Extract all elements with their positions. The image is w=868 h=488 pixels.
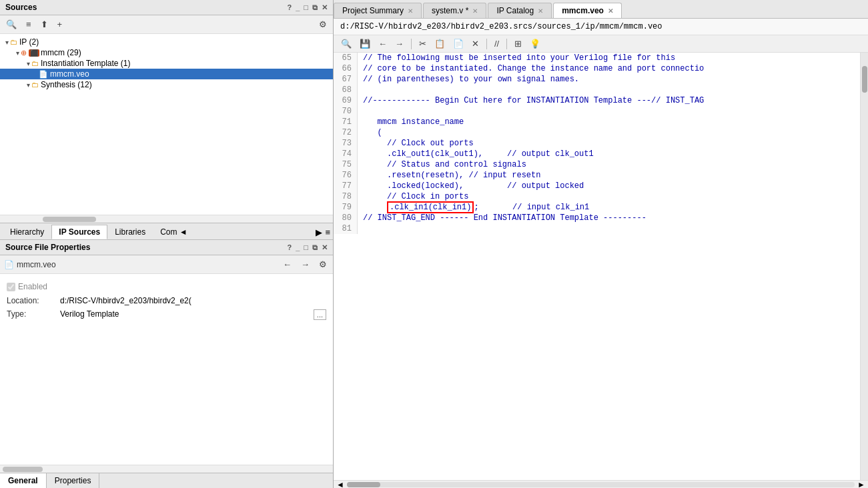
up-button[interactable]: ⬆ (39, 18, 50, 31)
tab-properties[interactable]: Properties (47, 473, 100, 488)
editor-back-button[interactable]: ← (376, 37, 389, 50)
line-num-66: 66 (334, 63, 358, 74)
tree-item-ip[interactable]: ▾ 🗀 IP (2) (0, 37, 333, 47)
line-content-72: ( (358, 127, 860, 138)
editor-tabs: Project Summary ✕ system.v * ✕ IP Catalo… (334, 0, 868, 19)
mmcm-label: mmcm (29) (41, 48, 81, 57)
tab-ip-catalog[interactable]: IP Catalog ✕ (488, 3, 552, 18)
scroll-left-icon[interactable]: ◄ (334, 480, 347, 489)
sources-toolbar: 🔍 ≡ ⬆ + ⚙ (0, 15, 333, 34)
minimize-icon[interactable]: _ (296, 3, 300, 11)
code-hscroll-bar[interactable]: ◄ ► (334, 480, 868, 488)
code-line-81: 81 (334, 223, 860, 234)
line-num-75: 75 (334, 159, 358, 170)
props-close-icon[interactable]: ✕ (322, 243, 328, 252)
settings-button[interactable]: ⚙ (317, 18, 329, 31)
add-button[interactable]: + (55, 18, 65, 31)
code-line-65: 65 // The following must be inserted int… (334, 53, 860, 63)
props-minimize-icon[interactable]: _ (296, 243, 300, 251)
line-num-71: 71 (334, 117, 358, 127)
line-content-71: mmcm instance_name (358, 117, 860, 127)
ip-toggle: ▾ (5, 39, 9, 46)
location-row: Location: d:/RISC-V/hbirdv2_e203/hbirdv2… (7, 294, 326, 307)
props-help-icon[interactable]: ? (287, 243, 292, 251)
code-line-72: 72 ( (334, 127, 860, 138)
help-icon[interactable]: ? (287, 3, 292, 11)
tab-menu-icon[interactable]: ≡ (325, 227, 330, 237)
tree-item-inst-template[interactable]: ▾ 🗀 Instantiation Template (1) (0, 58, 333, 69)
type-row: Type: Verilog Template ... (7, 307, 326, 322)
tree-item-mmcm[interactable]: ▾ ⊕ ⬛ mmcm (29) (0, 47, 333, 58)
tab-ip-sources[interactable]: IP Sources (51, 225, 107, 239)
synth-toggle: ▾ (27, 81, 30, 89)
editor-grid-button[interactable]: ⊞ (512, 37, 524, 50)
props-hscroll[interactable] (0, 465, 333, 473)
float-icon[interactable]: ⧉ (312, 3, 318, 12)
project-summary-label: Project Summary (342, 6, 404, 15)
line-content-67: // (in parentheses) to your own signal n… (358, 74, 860, 85)
search-button[interactable]: 🔍 (4, 18, 19, 31)
props-settings-button[interactable]: ⚙ (317, 258, 329, 271)
editor-comment-button[interactable]: // (492, 37, 501, 50)
props-forward-button[interactable]: → (299, 258, 312, 271)
props-content: Enabled Location: d:/RISC-V/hbirdv2_e203… (0, 274, 333, 465)
editor-search-button[interactable]: 🔍 (339, 37, 354, 50)
props-filename-chip: 📄 mmcm.veo (4, 260, 56, 269)
editor-paste-button[interactable]: 📄 (451, 37, 466, 50)
line-content-78: // Clock in ports (358, 191, 860, 202)
filter-button[interactable]: ≡ (24, 18, 33, 31)
restore-icon[interactable]: □ (304, 3, 308, 11)
tab-project-summary[interactable]: Project Summary ✕ (334, 3, 422, 18)
editor-hint-button[interactable]: 💡 (528, 37, 542, 50)
tree-item-mmcm-veo[interactable]: 📄 mmcm.veo (0, 69, 333, 79)
mmcm-veo-close[interactable]: ✕ (608, 7, 613, 15)
tab-more-icon[interactable]: ▶ (316, 227, 322, 237)
vscroll-thumb[interactable] (862, 66, 867, 93)
veo-file-icon: 📄 (39, 70, 48, 79)
props-hscroll-thumb[interactable] (3, 467, 43, 472)
code-line-67: 67 // (in parentheses) to your own signa… (334, 74, 860, 85)
code-vscroll[interactable] (860, 53, 868, 480)
editor-copy-button[interactable]: 📋 (432, 37, 447, 50)
mmcm-veo-label: mmcm.veo (562, 6, 604, 15)
editor-forward-button[interactable]: → (393, 37, 406, 50)
code-line-69: 69 //------------ Begin Cut here for INS… (334, 95, 860, 106)
enabled-checkbox[interactable] (7, 283, 15, 291)
scroll-right-icon[interactable]: ► (855, 480, 868, 489)
tab-system-v[interactable]: system.v * ✕ (423, 3, 486, 18)
code-line-71: 71 mmcm instance_name (334, 117, 860, 127)
close-icon[interactable]: ✕ (322, 3, 328, 12)
tree-item-synthesis[interactable]: ▾ 🗀 Synthesis (12) (0, 79, 333, 90)
sources-header: Sources ? _ □ ⧉ ✕ (0, 0, 333, 15)
system-v-label: system.v * (432, 6, 468, 15)
tab-mmcm-veo-editor[interactable]: mmcm.veo ✕ (553, 3, 622, 18)
toolbar-divider-2 (486, 39, 487, 49)
synth-label: Synthesis (12) (41, 80, 92, 89)
props-restore-icon[interactable]: □ (304, 243, 308, 251)
editor-save-button[interactable]: 💾 (358, 37, 372, 50)
line-num-70: 70 (334, 106, 358, 117)
line-num-76: 76 (334, 170, 358, 181)
tab-libraries[interactable]: Libraries (107, 225, 153, 239)
line-num-78: 78 (334, 191, 358, 202)
system-v-close[interactable]: ✕ (472, 7, 478, 15)
location-value: d:/RISC-V/hbirdv2_e203/hbirdv2_e2( (60, 296, 326, 305)
tab-general[interactable]: General (0, 473, 47, 488)
code-area[interactable]: 65 // The following must be inserted int… (334, 53, 860, 480)
hscroll-thumb[interactable] (43, 217, 96, 222)
props-back-button[interactable]: ← (281, 258, 294, 271)
type-browse-button[interactable]: ... (314, 309, 326, 320)
tab-hierarchy[interactable]: Hierarchy (3, 225, 51, 239)
hscroll-track[interactable] (347, 482, 855, 487)
line-content-65: // The following must be inserted into y… (358, 53, 860, 63)
hscroll-bar-thumb[interactable] (347, 482, 380, 487)
ip-catalog-close[interactable]: ✕ (538, 7, 543, 15)
props-float-icon[interactable]: ⧉ (312, 243, 318, 252)
tab-com[interactable]: Com ◄ (153, 225, 195, 239)
editor-delete-button[interactable]: ✕ (470, 37, 481, 50)
project-summary-close[interactable]: ✕ (408, 7, 413, 15)
sources-hscroll[interactable] (0, 215, 333, 223)
editor-cut-button[interactable]: ✂ (417, 37, 428, 50)
line-num-72: 72 (334, 127, 358, 138)
enabled-row: Enabled (7, 279, 326, 294)
